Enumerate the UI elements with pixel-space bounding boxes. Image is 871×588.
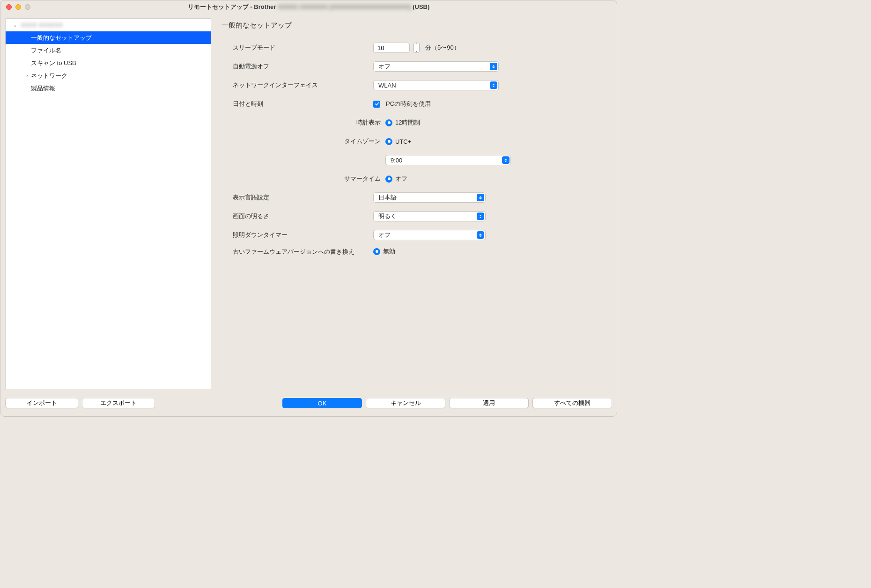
label-dim-timer: 照明ダウンタイマー bbox=[221, 231, 373, 239]
stepper-down-icon[interactable]: ⌄ bbox=[413, 48, 420, 53]
label-display-language: 表示言語設定 bbox=[221, 193, 373, 202]
display-language-select[interactable]: 日本語 bbox=[373, 192, 486, 203]
label-sleep-mode: スリープモード bbox=[221, 44, 373, 52]
sidebar-item-general[interactable]: 一般的なセットアップ bbox=[6, 31, 211, 44]
label-date-time: 日付と時刻 bbox=[221, 100, 373, 108]
radio-checked-icon bbox=[385, 138, 392, 145]
label-network-interface: ネットワークインターフェイス bbox=[221, 81, 373, 89]
select-arrow-icon bbox=[490, 81, 497, 89]
apply-button[interactable]: 適用 bbox=[449, 398, 529, 408]
label-firmware-downgrade: 古いファームウェアバージョンへの書き換え bbox=[221, 247, 373, 257]
titlebar: リモートセットアップ - Brother XXXXX XXXXXXX [XXXX… bbox=[0, 0, 617, 14]
minimize-icon[interactable] bbox=[15, 4, 21, 10]
section-title: 一般的なセットアップ bbox=[221, 21, 612, 30]
footer: インポート エクスポート OK キャンセル 適用 すべての機器 bbox=[0, 395, 617, 416]
sleep-minutes-input[interactable] bbox=[373, 43, 410, 53]
check-icon bbox=[375, 102, 379, 106]
sidebar-item-label: ネットワーク bbox=[31, 72, 67, 80]
label-clock-display: 時計表示 bbox=[221, 118, 385, 127]
label-timezone: タイムゾーン bbox=[221, 137, 385, 146]
auto-power-off-select[interactable]: オフ bbox=[373, 61, 499, 72]
network-interface-select[interactable]: WLAN bbox=[373, 80, 499, 90]
clock-12h-radio[interactable]: 12時間制 bbox=[385, 118, 420, 127]
summer-time-off-radio[interactable]: オフ bbox=[385, 175, 407, 183]
radio-checked-icon bbox=[385, 176, 392, 183]
brightness-select[interactable]: 明るく bbox=[373, 211, 486, 221]
dim-timer-select[interactable]: オフ bbox=[373, 230, 486, 240]
timezone-offset-select[interactable]: 9:00 bbox=[385, 155, 511, 165]
all-devices-button[interactable]: すべての機器 bbox=[532, 398, 612, 408]
use-pc-time-label: PCの時刻を使用 bbox=[386, 100, 431, 108]
utc-plus-radio[interactable]: UTC+ bbox=[385, 138, 411, 145]
sidebar-item-filename[interactable]: ファイル名 bbox=[6, 44, 211, 57]
select-arrow-icon bbox=[477, 231, 484, 239]
radio-checked-icon bbox=[373, 248, 380, 255]
select-arrow-icon bbox=[502, 156, 509, 164]
redacted-device-name: XXXX XXXXXX bbox=[21, 22, 63, 29]
sidebar-item-network[interactable]: › ネットワーク bbox=[6, 69, 211, 82]
ok-button[interactable]: OK bbox=[282, 398, 362, 408]
sidebar-item-label: 製品情報 bbox=[31, 84, 55, 93]
label-summer-time: サマータイム bbox=[221, 175, 385, 183]
close-icon[interactable] bbox=[6, 4, 12, 10]
sidebar-item-scan-usb[interactable]: スキャン to USB bbox=[6, 57, 211, 69]
label-auto-power-off: 自動電源オフ bbox=[221, 62, 373, 71]
redacted-model: XXXXX XXXXXXX [XXXXXXXXXXXXXXXXXXX] bbox=[278, 3, 411, 10]
radio-checked-icon bbox=[385, 119, 392, 126]
chevron-right-icon[interactable]: › bbox=[24, 73, 30, 78]
select-arrow-icon bbox=[477, 194, 484, 201]
export-button[interactable]: エクスポート bbox=[82, 398, 155, 408]
select-arrow-icon bbox=[490, 63, 497, 70]
tree-root[interactable]: ⌄ XXXX XXXXXX bbox=[6, 19, 211, 31]
sidebar-item-label: 一般的なセットアップ bbox=[31, 34, 92, 42]
chevron-down-icon[interactable]: ⌄ bbox=[12, 22, 18, 28]
zoom-icon bbox=[25, 4, 30, 10]
sidebar-item-label: ファイル名 bbox=[31, 46, 61, 55]
sidebar-item-label: スキャン to USB bbox=[31, 59, 76, 67]
label-brightness: 画面の明るさ bbox=[221, 212, 373, 220]
sidebar: ⌄ XXXX XXXXXX 一般的なセットアップ ファイル名 スキャン to U… bbox=[5, 18, 211, 390]
sleep-minutes-stepper[interactable]: ⌃ ⌄ bbox=[413, 43, 420, 53]
cancel-button[interactable]: キャンセル bbox=[366, 398, 445, 408]
import-button[interactable]: インポート bbox=[5, 398, 78, 408]
firmware-disabled-radio[interactable]: 無効 bbox=[373, 247, 395, 256]
sleep-unit-label: 分（5〜90） bbox=[425, 44, 460, 52]
window-title: リモートセットアップ - Brother XXXXX XXXXXXX [XXXX… bbox=[0, 3, 617, 11]
main-panel: 一般的なセットアップ スリープモード ⌃ ⌄ 分（5〜90） 自動電源オフ オ bbox=[211, 18, 612, 390]
use-pc-time-checkbox[interactable] bbox=[373, 101, 380, 108]
select-arrow-icon bbox=[477, 213, 484, 220]
stepper-up-icon[interactable]: ⌃ bbox=[413, 43, 420, 48]
sidebar-item-product-info[interactable]: 製品情報 bbox=[6, 82, 211, 95]
window-controls bbox=[0, 4, 30, 10]
